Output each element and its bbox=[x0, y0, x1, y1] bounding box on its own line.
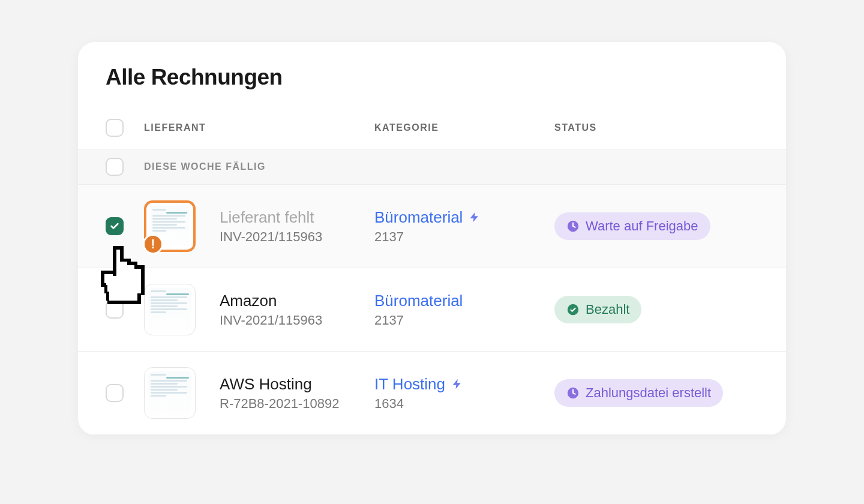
invoice-thumbnail[interactable] bbox=[144, 284, 196, 335]
table-header: LIEFERANT KATEGORIE STATUS bbox=[78, 107, 786, 149]
invoice-thumbnail[interactable]: ! bbox=[144, 200, 196, 252]
lightning-icon bbox=[469, 211, 481, 223]
category-name[interactable]: IT Hosting bbox=[374, 375, 554, 394]
column-supplier: LIEFERANT bbox=[144, 122, 374, 133]
category-code: 1634 bbox=[374, 396, 554, 412]
table-row[interactable]: AmazonINV-2021/115963Büromaterial2137Bez… bbox=[78, 268, 786, 352]
select-group-checkbox[interactable] bbox=[106, 158, 124, 176]
status-badge: Bezahlt bbox=[554, 296, 641, 323]
table-row[interactable]: AWS HostingR-72B8-2021-10892IT Hosting16… bbox=[78, 352, 786, 435]
category-code: 2137 bbox=[374, 313, 554, 328]
row-checkbox[interactable] bbox=[106, 384, 124, 402]
group-header: DIESE WOCHE FÄLLIG bbox=[78, 149, 786, 185]
status-label: Zahlungsdatei erstellt bbox=[586, 385, 711, 401]
table-row[interactable]: !Lieferant fehltINV-2021/115963Büromater… bbox=[78, 185, 786, 268]
supplier-name: AWS Hosting bbox=[220, 375, 374, 394]
status-badge: Warte auf Freigabe bbox=[554, 212, 710, 240]
category-name[interactable]: Büromaterial bbox=[374, 208, 554, 227]
category-name[interactable]: Büromaterial bbox=[374, 292, 554, 310]
column-status: STATUS bbox=[554, 122, 758, 133]
column-category: KATEGORIE bbox=[374, 122, 554, 133]
status-label: Bezahlt bbox=[586, 302, 629, 317]
row-checkbox[interactable] bbox=[106, 217, 124, 235]
status-label: Warte auf Freigabe bbox=[586, 218, 698, 234]
lightning-icon bbox=[451, 378, 463, 390]
category-code: 2137 bbox=[374, 229, 554, 245]
check-circle-icon bbox=[566, 303, 580, 316]
supplier-name: Lieferant fehlt bbox=[220, 208, 374, 227]
invoice-number: INV-2021/115963 bbox=[220, 229, 374, 245]
select-all-checkbox[interactable] bbox=[106, 119, 124, 137]
group-title: DIESE WOCHE FÄLLIG bbox=[144, 161, 758, 172]
page-title: Alle Rechnungen bbox=[78, 65, 786, 107]
clock-icon bbox=[566, 220, 580, 233]
invoices-card: Alle Rechnungen LIEFERANT KATEGORIE STAT… bbox=[78, 42, 786, 435]
supplier-name: Amazon bbox=[220, 292, 374, 310]
status-badge: Zahlungsdatei erstellt bbox=[554, 379, 723, 407]
invoice-thumbnail[interactable] bbox=[144, 367, 196, 419]
invoice-number: R-72B8-2021-10892 bbox=[220, 396, 374, 412]
clock-icon bbox=[566, 386, 580, 400]
invoice-number: INV-2021/115963 bbox=[220, 313, 374, 328]
alert-icon: ! bbox=[143, 234, 163, 254]
row-checkbox[interactable] bbox=[106, 301, 124, 319]
